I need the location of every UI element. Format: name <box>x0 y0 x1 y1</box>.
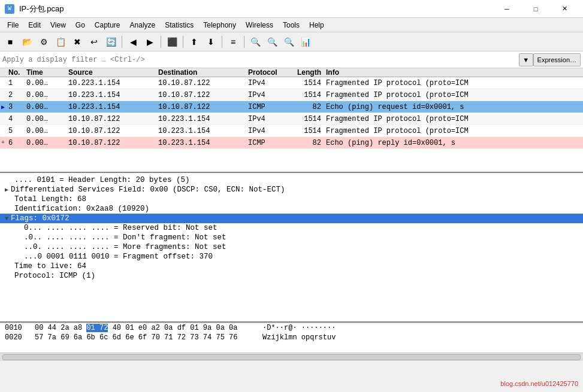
next-icon[interactable]: ▶ <box>142 34 158 50</box>
cell-src: 10.10.87.122 <box>66 139 156 147</box>
hex-ascii: ·D*··r@· ········ <box>262 324 336 332</box>
window-controls: ─ □ ✕ <box>493 0 578 18</box>
columns-icon[interactable]: ≡ <box>225 34 241 50</box>
cell-proto: IPv4 <box>246 91 288 99</box>
restart-icon[interactable]: 🔄 <box>103 34 119 50</box>
cell-src: 10.10.87.122 <box>66 127 156 135</box>
minimize-button[interactable]: ─ <box>493 0 521 18</box>
zoom-out-icon[interactable]: 🔍 <box>264 34 280 50</box>
expand-icon: ▶ <box>5 186 8 193</box>
table-row[interactable]: 10.00…10.223.1.15410.10.87.122IPv41514Fr… <box>0 77 583 89</box>
prev-icon[interactable]: ◀ <box>125 34 141 50</box>
table-row[interactable]: +60.00…10.10.87.12210.223.1.154ICMP82Ech… <box>0 137 583 149</box>
zoom-in-icon[interactable]: 🔍 <box>247 34 263 50</box>
stop2-icon[interactable]: ⬛ <box>164 34 180 50</box>
cell-src: 10.223.1.154 <box>66 79 156 87</box>
cell-time: 0.00… <box>24 127 66 135</box>
cell-proto: ICMP <box>246 139 288 147</box>
cell-dst: 10.223.1.154 <box>156 115 246 123</box>
toolbar-separator <box>183 36 183 48</box>
menubar-item-capture[interactable]: Capture <box>90 20 125 31</box>
filter-input[interactable] <box>2 56 519 64</box>
menubar-item-analyze[interactable]: Analyze <box>125 20 161 31</box>
col-header-protocol: Protocol <box>246 68 288 77</box>
menubar-item-tools[interactable]: Tools <box>278 20 304 31</box>
toolbar-separator <box>161 36 161 48</box>
cell-len: 82 <box>288 103 324 111</box>
col-header-no: No. <box>6 68 24 77</box>
graph-icon[interactable]: 📊 <box>298 34 313 50</box>
expression-button[interactable]: Expression… <box>533 53 581 66</box>
col-header-source: Source <box>66 68 156 77</box>
cell-time: 0.00… <box>24 79 66 87</box>
filter-dropdown-button[interactable]: ▼ <box>519 53 533 66</box>
col-header-time: Time <box>24 68 66 77</box>
down-icon[interactable]: ⬇ <box>203 34 219 50</box>
app-icon: W <box>5 4 14 14</box>
cell-info: Fragmented IP protocol (proto=ICM <box>324 91 583 99</box>
detail-line: Protocol: ICMP (1) <box>0 271 583 281</box>
cell-time: 0.00… <box>24 103 66 111</box>
cell-info: Echo (ping) request id=0x0001, s <box>324 103 583 111</box>
cell-src: 10.223.1.154 <box>66 91 156 99</box>
detail-line: 0... .... .... .... = Reserved bit: Not … <box>0 223 583 233</box>
menubar-item-wireless[interactable]: Wireless <box>241 20 278 31</box>
stop-icon[interactable]: ■ <box>2 34 18 50</box>
cell-len: 1514 <box>288 127 324 135</box>
up-icon[interactable]: ⬆ <box>186 34 202 50</box>
menubar-item-help[interactable]: Help <box>304 20 329 31</box>
detail-text: Differentiated Services Field: 0x00 (DSC… <box>11 186 285 194</box>
col-header-length: Length <box>288 68 324 77</box>
settings-icon[interactable]: ⚙ <box>36 34 52 50</box>
window-title: IP-分包.pcap <box>19 4 64 14</box>
menubar-item-edit[interactable]: Edit <box>23 20 46 31</box>
scroll-track[interactable] <box>2 354 581 360</box>
maximize-button[interactable]: □ <box>522 0 549 18</box>
watermark: blog.csdn.net/u012425770 <box>500 380 578 387</box>
detail-expand-row[interactable]: ▶Differentiated Services Field: 0x00 (DS… <box>0 185 583 195</box>
open-icon[interactable]: 📂 <box>19 34 35 50</box>
zoom-reset-icon[interactable]: 🔍 <box>281 34 297 50</box>
close-button[interactable]: ✕ <box>551 0 578 18</box>
hex-bytes: 57 7a 69 6a 6b 6c 6d 6e 6f 70 71 72 73 7… <box>35 333 262 342</box>
table-row[interactable]: ▶30.00…10.223.1.15410.10.87.122ICMP82Ech… <box>0 101 583 113</box>
detail-line: Total Length: 68 <box>0 195 583 204</box>
menubar-item-statistics[interactable]: Statistics <box>160 20 198 31</box>
cell-info: Fragmented IP protocol (proto=ICM <box>324 127 583 135</box>
titlebar: W IP-分包.pcap ─ □ ✕ <box>0 0 583 18</box>
cell-proto: IPv4 <box>246 79 288 87</box>
detail-expand-row[interactable]: ▼Flags: 0x0172 <box>0 214 583 223</box>
cell-len: 1514 <box>288 115 324 123</box>
menubar-item-file[interactable]: File <box>2 20 23 31</box>
table-row[interactable]: 20.00…10.223.1.15410.10.87.122IPv41514Fr… <box>0 89 583 101</box>
cell-len: 1514 <box>288 79 324 87</box>
menubar-item-go[interactable]: Go <box>71 20 90 31</box>
cell-info: Fragmented IP protocol (proto=ICM <box>324 79 583 87</box>
table-row[interactable]: 50.00…10.10.87.12210.223.1.154IPv41514Fr… <box>0 125 583 137</box>
detail-line: .0.. .... .... .... = Don't fragment: No… <box>0 233 583 242</box>
cell-dst: 10.10.87.122 <box>156 103 246 111</box>
clear-icon[interactable]: ✖ <box>70 34 85 50</box>
cell-info: Echo (ping) reply id=0x0001, s <box>324 139 583 147</box>
detail-line: Identification: 0x2aa8 (10920) <box>0 204 583 214</box>
toolbar: ■📂⚙📋✖↩🔄◀▶⬛⬆⬇≡🔍🔍🔍📊 <box>0 32 583 51</box>
menubar-item-telephony[interactable]: Telephony <box>198 20 241 31</box>
cell-len: 1514 <box>288 91 324 99</box>
toolbar-separator <box>222 36 222 48</box>
cell-time: 0.00… <box>24 139 66 147</box>
cell-len: 82 <box>288 139 324 147</box>
back-icon[interactable]: ↩ <box>86 34 102 50</box>
capture-options-icon[interactable]: 📋 <box>53 34 68 50</box>
toolbar-separator <box>122 36 122 48</box>
hex-row: 0010 00 44 2a a8 01 72 40 01 e0 a2 0a df… <box>0 323 583 333</box>
filterbar: ▼ Expression… <box>0 51 583 68</box>
hex-offset: 0020 <box>5 333 35 342</box>
cell-proto: IPv4 <box>246 127 288 135</box>
cell-time: 0.00… <box>24 115 66 123</box>
table-row[interactable]: 40.00…10.10.87.12210.223.1.154IPv41514Fr… <box>0 113 583 125</box>
cell-no: 4 <box>6 115 24 123</box>
cell-src: 10.223.1.154 <box>66 103 156 111</box>
menubar-item-view[interactable]: View <box>46 20 71 31</box>
cell-no: 3 <box>6 103 24 111</box>
packet-list-header: No. Time Source Destination Protocol Len… <box>0 68 583 77</box>
